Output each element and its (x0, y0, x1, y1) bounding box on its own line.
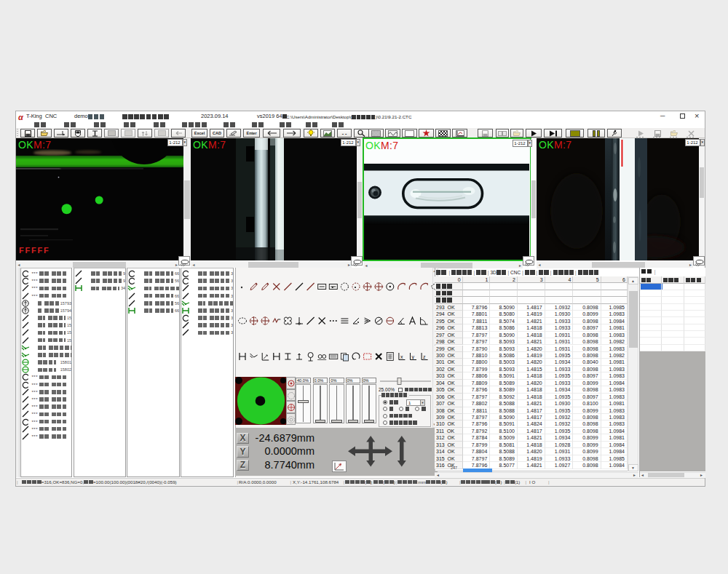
svg-text:x: x (400, 354, 403, 359)
svg-text:FFFFF: FFFFF (19, 246, 50, 255)
svg-text:z: z (423, 354, 426, 359)
svg-text:y: y (412, 354, 415, 360)
